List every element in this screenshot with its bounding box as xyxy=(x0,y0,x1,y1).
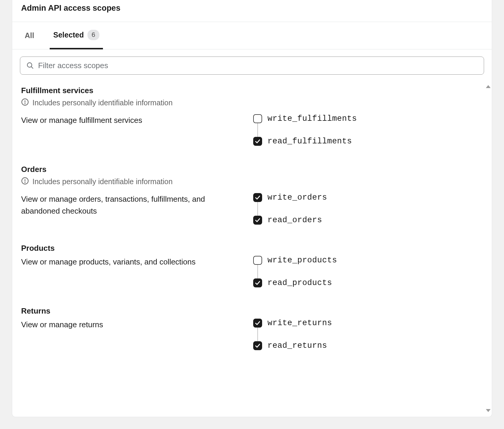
scope-connector xyxy=(257,202,258,216)
group-title: Fulfillment services xyxy=(21,86,483,95)
scope-label: read_returns xyxy=(267,341,327,350)
scope-read_products[interactable]: read_products xyxy=(253,278,483,287)
scope-write_orders[interactable]: write_orders xyxy=(253,193,483,202)
checkbox[interactable] xyxy=(253,319,262,328)
group-description: View or manage fulfillment services xyxy=(21,114,241,146)
svg-line-1 xyxy=(31,67,33,68)
selected-count-badge: 6 xyxy=(87,30,99,40)
group-row: View or manage returnswrite_returnsread_… xyxy=(21,319,483,350)
scope-write_products[interactable]: write_products xyxy=(253,256,483,265)
scope-group-products: ProductsView or manage products, variant… xyxy=(21,244,483,287)
svg-point-4 xyxy=(25,104,25,104)
scope-write_fulfillments[interactable]: write_fulfillments xyxy=(253,114,483,123)
pii-text: Includes personally identifiable informa… xyxy=(32,177,173,186)
scope-label: read_products xyxy=(267,278,332,287)
info-icon xyxy=(21,177,29,187)
group-row: View or manage fulfillment serviceswrite… xyxy=(21,114,483,146)
scope-connector xyxy=(257,265,258,278)
tab-all-label: All xyxy=(25,31,34,40)
checkbox[interactable] xyxy=(253,114,262,123)
scope-connector xyxy=(257,328,258,341)
search-input[interactable] xyxy=(38,61,478,70)
search-field[interactable] xyxy=(20,57,484,75)
checkbox[interactable] xyxy=(253,341,262,350)
scopes-column: write_returnsread_returns xyxy=(253,319,483,350)
group-row: View or manage products, variants, and c… xyxy=(21,256,483,287)
scope-write_returns[interactable]: write_returns xyxy=(253,319,483,328)
card-title: Admin API access scopes xyxy=(21,4,483,13)
scope-read_fulfillments[interactable]: read_fulfillments xyxy=(253,137,483,146)
group-description: View or manage products, variants, and c… xyxy=(21,256,241,287)
access-scopes-card: Admin API access scopes All Selected 6 F… xyxy=(12,0,492,417)
info-icon xyxy=(21,98,29,108)
scopes-column: write_productsread_products xyxy=(253,256,483,287)
tab-selected-label: Selected xyxy=(53,31,84,39)
group-title: Products xyxy=(21,244,483,253)
scopes-column: write_ordersread_orders xyxy=(253,193,483,225)
pii-text: Includes personally identifiable informa… xyxy=(32,98,173,107)
search-icon xyxy=(26,62,34,69)
pii-notice: Includes personally identifiable informa… xyxy=(21,177,483,187)
checkbox[interactable] xyxy=(253,278,262,287)
group-title: Orders xyxy=(21,165,483,174)
scope-label: write_products xyxy=(267,256,337,265)
scopes-list[interactable]: Fulfillment servicesIncludes personally … xyxy=(12,80,492,417)
scope-label: read_fulfillments xyxy=(267,137,352,146)
checkbox[interactable] xyxy=(253,256,262,265)
tabs: All Selected 6 xyxy=(12,22,492,49)
tab-all[interactable]: All xyxy=(21,22,38,49)
tab-selected[interactable]: Selected 6 xyxy=(50,22,103,49)
checkbox[interactable] xyxy=(253,216,262,225)
scope-label: write_fulfillments xyxy=(267,114,357,123)
pii-notice: Includes personally identifiable informa… xyxy=(21,98,483,108)
group-title: Returns xyxy=(21,306,483,316)
card-header: Admin API access scopes xyxy=(12,0,492,22)
checkbox[interactable] xyxy=(253,137,262,146)
scope-group-fulfillment-services: Fulfillment servicesIncludes personally … xyxy=(21,86,483,146)
scope-label: write_orders xyxy=(267,193,327,202)
scope-label: read_orders xyxy=(267,216,322,225)
group-row: View or manage orders, transactions, ful… xyxy=(21,193,483,225)
group-description: View or manage orders, transactions, ful… xyxy=(21,193,241,225)
scope-read_orders[interactable]: read_orders xyxy=(253,216,483,225)
svg-point-7 xyxy=(25,182,25,183)
scope-label: write_returns xyxy=(267,319,332,328)
scope-group-returns: ReturnsView or manage returnswrite_retur… xyxy=(21,306,483,350)
scope-connector xyxy=(257,123,258,137)
checkbox[interactable] xyxy=(253,193,262,202)
scope-group-orders: OrdersIncludes personally identifiable i… xyxy=(21,165,483,225)
search-wrap xyxy=(12,49,492,80)
scopes-column: write_fulfillmentsread_fulfillments xyxy=(253,114,483,146)
group-description: View or manage returns xyxy=(21,319,241,350)
scope-read_returns[interactable]: read_returns xyxy=(253,341,483,350)
